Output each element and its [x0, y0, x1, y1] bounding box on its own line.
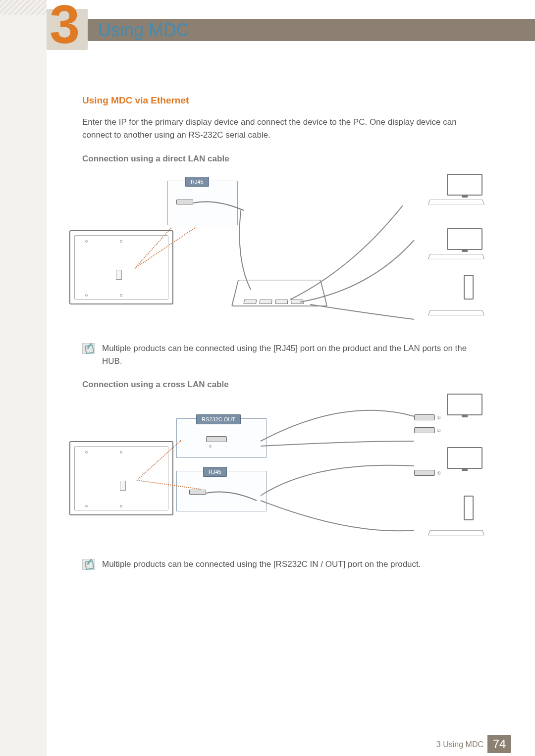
- panel-inner: [74, 446, 168, 510]
- monitor-base: [428, 310, 484, 315]
- footer-label: 3 Using MDC: [436, 740, 483, 749]
- diagram-direct-lan: RJ45: [82, 171, 486, 329]
- content: Using MDC via Ethernet Enter the IP for …: [82, 95, 486, 583]
- subheading-cross-lan: Connection using a cross LAN cable: [82, 380, 486, 390]
- cables: [231, 205, 429, 334]
- monitor-base: [428, 200, 484, 204]
- serial-plug-icon: [414, 414, 435, 420]
- screw-icon: [120, 294, 122, 297]
- serial-plug-icon: [414, 427, 435, 433]
- chapter-number: 3: [50, 0, 80, 51]
- serial-plug-icon: [414, 470, 435, 476]
- panel-inner: [74, 235, 168, 300]
- label-rj45: RJ45: [203, 467, 227, 477]
- screw-icon: [85, 240, 88, 243]
- note-icon: [82, 559, 95, 570]
- port-slot: [116, 270, 122, 280]
- pc-tower-icon: [464, 275, 474, 300]
- label-rj45: RJ45: [185, 177, 209, 187]
- footer: 3 Using MDC 74: [0, 735, 535, 756]
- label-rs232c-out: RS232C OUT: [196, 414, 241, 424]
- side-margin: [0, 0, 47, 756]
- intro-paragraph: Enter the IP for the primary display dev…: [82, 116, 486, 142]
- cable-icon: [199, 490, 259, 504]
- monitor-icon: [447, 228, 482, 250]
- monitor-base: [428, 254, 484, 259]
- diagram-cross-lan: RS232C OUT RJ45 ① ① ①: [82, 397, 486, 545]
- serial-plug-label: ①: [437, 471, 441, 476]
- monitor-icon: [447, 174, 482, 196]
- serial-plug-icon: [206, 436, 227, 442]
- serial-plug-label: ①: [437, 415, 441, 420]
- pc-tower-icon: [464, 496, 474, 520]
- monitor-base: [428, 530, 484, 535]
- heading-ethernet: Using MDC via Ethernet: [82, 95, 486, 106]
- note-icon: [82, 343, 95, 354]
- note-block: Multiple products can be connected using…: [82, 558, 486, 571]
- display-back-panel: [69, 441, 173, 515]
- monitor-icon: [447, 447, 482, 469]
- note-text: Multiple products can be connected using…: [102, 558, 421, 571]
- page: 3 Using MDC Using MDC via Ethernet Enter…: [0, 0, 535, 756]
- page-number: 74: [487, 735, 511, 753]
- note-text: Multiple products can be connected using…: [102, 342, 486, 368]
- chapter-title: Using MDC: [98, 19, 189, 41]
- port-slot: [120, 481, 126, 491]
- monitor-icon: [447, 394, 482, 415]
- screw-icon: [85, 294, 88, 297]
- serial-plug-label: ①: [437, 428, 441, 433]
- subheading-direct-lan: Connection using a direct LAN cable: [82, 154, 486, 164]
- note-block: Multiple products can be connected using…: [82, 342, 486, 368]
- screw-icon: [120, 240, 122, 243]
